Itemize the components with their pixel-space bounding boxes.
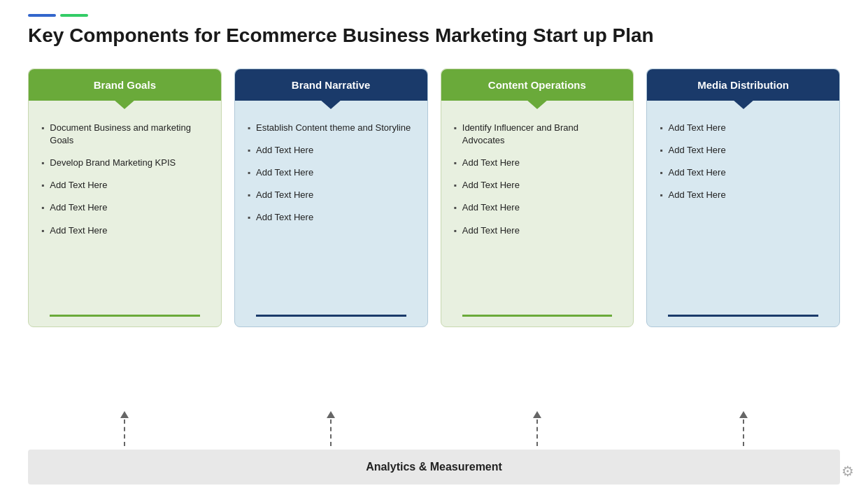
page: Key Components for Ecommerce Business Ma… <box>0 0 868 488</box>
card-content-brand-goals: Document Business and marketing GoalsDev… <box>29 115 221 237</box>
arrow-container-2 <box>441 411 634 450</box>
bullet-list-brand-narrative: Establish Content theme and StorylineAdd… <box>248 122 415 224</box>
bottom-section: Analytics & Measurement <box>0 411 868 488</box>
bullet-list-media-distribution: Add Text HereAdd Text HereAdd Text HereA… <box>660 122 827 202</box>
list-item: Add Text Here <box>660 122 827 134</box>
analytics-label: Analytics & Measurement <box>366 461 502 473</box>
arrow-container-1 <box>234 411 428 450</box>
card-content-content-operations: Identify Influencer and Brand AdvocatesA… <box>441 115 634 237</box>
card-bottom-line <box>50 315 200 317</box>
list-item: Add Text Here <box>454 179 621 192</box>
list-item: Add Text Here <box>248 211 415 224</box>
top-bar <box>28 14 840 17</box>
list-item: Add Text Here <box>41 224 208 237</box>
analytics-bar: Analytics & Measurement <box>28 450 840 485</box>
page-title: Key Components for Ecommerce Business Ma… <box>28 24 840 48</box>
dashed-line <box>124 419 125 446</box>
list-item: Add Text Here <box>454 157 621 169</box>
list-item: Add Text Here <box>248 144 415 157</box>
cards-row: Brand GoalsDocument Business and marketi… <box>28 69 840 327</box>
card-content-operations: Content OperationsIdentify Influencer an… <box>441 69 634 327</box>
bullet-list-brand-goals: Document Business and marketing GoalsDev… <box>41 122 208 237</box>
arrow-up-icon <box>327 411 335 418</box>
card-header-brand-narrative: Brand Narrative <box>235 69 427 101</box>
card-header-content-operations: Content Operations <box>441 69 634 101</box>
top-bar-line-green <box>60 14 88 17</box>
list-item: Add Text Here <box>41 201 208 214</box>
arrows-row <box>0 411 868 450</box>
list-item: Add Text Here <box>660 166 827 179</box>
top-bar-line-blue <box>28 14 56 17</box>
list-item: Add Text Here <box>454 201 621 214</box>
card-bottom-line <box>462 315 613 317</box>
dashed-line <box>330 419 332 446</box>
card-content-brand-narrative: Establish Content theme and StorylineAdd… <box>235 115 427 224</box>
card-media-distribution: Media DistributionAdd Text HereAdd Text … <box>646 69 840 327</box>
list-item: Add Text Here <box>454 224 621 237</box>
dashed-arrow-3 <box>739 411 748 450</box>
list-item: Add Text Here <box>660 189 827 201</box>
card-header-brand-goals: Brand Goals <box>29 69 221 101</box>
card-content-media-distribution: Add Text HereAdd Text HereAdd Text HereA… <box>647 115 839 202</box>
arrow-container-0 <box>28 411 222 450</box>
arrow-container-3 <box>646 411 840 450</box>
card-bottom-line <box>668 315 818 317</box>
card-bottom-line <box>256 315 406 317</box>
card-brand-goals: Brand GoalsDocument Business and marketi… <box>28 69 222 327</box>
arrow-up-icon <box>533 411 541 418</box>
dashed-line <box>743 419 744 446</box>
arrow-up-icon <box>120 411 129 418</box>
arrow-up-icon <box>739 411 748 418</box>
card-brand-narrative: Brand NarrativeEstablish Content theme a… <box>234 69 428 327</box>
dashed-arrow-2 <box>533 411 541 450</box>
list-item: Add Text Here <box>41 179 208 192</box>
list-item: Add Text Here <box>248 166 415 179</box>
list-item: Add Text Here <box>660 144 827 157</box>
list-item: Document Business and marketing Goals <box>41 122 208 147</box>
bullet-list-content-operations: Identify Influencer and Brand AdvocatesA… <box>454 122 621 237</box>
dashed-arrow-0 <box>120 411 129 450</box>
list-item: Identify Influencer and Brand Advocates <box>454 122 621 147</box>
gear-icon: ⚙ <box>841 463 854 480</box>
dashed-arrow-1 <box>327 411 335 450</box>
list-item: Add Text Here <box>248 189 415 201</box>
list-item: Establish Content theme and Storyline <box>248 122 415 134</box>
dashed-line <box>536 419 538 446</box>
card-header-media-distribution: Media Distribution <box>647 69 839 101</box>
list-item: Develop Brand Marketing KPIS <box>41 157 208 169</box>
